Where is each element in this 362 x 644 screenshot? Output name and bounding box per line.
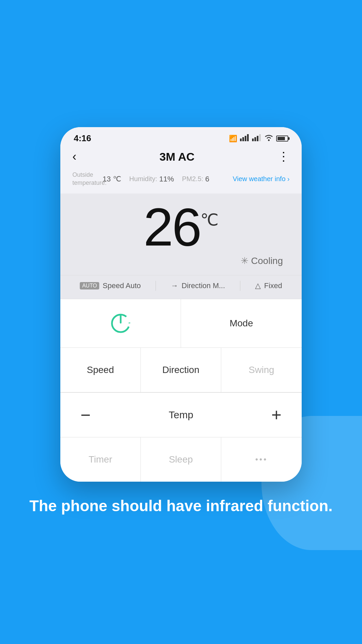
speed-quick-item[interactable]: AUTO Speed Auto — [80, 281, 141, 290]
speed-direction-swing-grid: Speed Direction Swing — [60, 348, 302, 393]
bottom-text: The phone should have infrared function. — [3, 482, 360, 517]
sleep-button[interactable]: Sleep — [141, 437, 221, 482]
speed-quick-label: Speed Auto — [103, 281, 141, 290]
view-weather-link[interactable]: View weather info › — [233, 175, 290, 183]
wifi-icon — [264, 134, 274, 143]
power-mode-grid: Mode — [60, 299, 302, 348]
mode-button-label: Mode — [230, 318, 253, 329]
page-title: 3M AC — [160, 150, 195, 163]
fixed-label: Fixed — [264, 281, 282, 290]
humidity-value: 11% — [159, 175, 174, 183]
swing-button[interactable]: Swing — [221, 348, 302, 392]
pm25-label: PM2.5: — [182, 175, 203, 183]
speed-button[interactable]: Speed — [60, 348, 141, 392]
status-time: 4:16 — [74, 133, 91, 144]
fixed-quick-item[interactable]: △ Fixed — [255, 281, 282, 290]
temp-plus-button[interactable]: + — [272, 406, 282, 424]
timer-sleep-more-grid: Timer Sleep ••• — [60, 437, 302, 482]
quick-controls: AUTO Speed Auto → Direction M... △ Fixed — [60, 275, 302, 299]
outside-temp-item: Outside temperature: — [72, 171, 96, 187]
signal-icon-2 — [252, 134, 261, 143]
sleep-button-label: Sleep — [169, 454, 193, 465]
svg-rect-5 — [254, 137, 256, 141]
timer-button[interactable]: Timer — [60, 437, 141, 482]
more-options-button[interactable]: ••• — [221, 437, 302, 482]
timer-button-label: Timer — [88, 454, 112, 465]
svg-rect-2 — [245, 136, 246, 141]
swing-button-label: Swing — [249, 365, 274, 375]
outside-temp-value: 13 ℃ — [103, 175, 121, 183]
battery-icon — [276, 136, 288, 142]
svg-rect-3 — [247, 134, 249, 141]
svg-rect-0 — [240, 139, 242, 141]
temperature-display: 26 ℃ ✳ Cooling — [60, 194, 302, 275]
direction-button[interactable]: Direction — [141, 348, 221, 392]
status-bar: 4:16 📶 — [60, 127, 302, 146]
humidity-label: Humidity: — [129, 175, 157, 183]
outside-temp-label: Outside temperature: — [72, 171, 96, 187]
pm25-value: 6 — [205, 175, 209, 183]
more-dots-icon: ••• — [255, 455, 267, 464]
direction-arrow-icon: → — [171, 281, 178, 290]
fixed-icon: △ — [255, 281, 261, 290]
status-icons: 📶 — [229, 134, 288, 143]
power-icon — [110, 313, 131, 334]
power-button[interactable] — [60, 299, 181, 348]
temp-control-label: Temp — [169, 409, 193, 421]
svg-point-8 — [268, 140, 270, 141]
svg-rect-7 — [259, 134, 261, 141]
phone-frame: 4:16 📶 ‹ 3M AC ⋮ Outside temperature: 1 — [60, 127, 302, 482]
snowflake-icon: ✳ — [241, 255, 248, 266]
divider-2 — [240, 281, 240, 291]
svg-rect-6 — [257, 136, 258, 141]
temp-minus-button[interactable]: − — [80, 406, 90, 424]
signal-icon — [240, 134, 249, 143]
speed-button-label: Speed — [87, 365, 114, 375]
bluetooth-icon: 📶 — [229, 135, 237, 143]
more-button[interactable]: ⋮ — [278, 150, 290, 164]
speed-badge: AUTO — [80, 282, 99, 289]
direction-quick-label: Direction M... — [182, 281, 225, 290]
cooling-text: Cooling — [251, 256, 283, 266]
temperature-unit: ℃ — [200, 210, 219, 229]
back-button[interactable]: ‹ — [72, 150, 76, 164]
app-header: ‹ 3M AC ⋮ — [60, 146, 302, 168]
divider-1 — [156, 281, 156, 291]
weather-section: Outside temperature: 13 ℃ Humidity: 11% … — [60, 168, 302, 194]
direction-quick-item[interactable]: → Direction M... — [171, 281, 225, 290]
direction-button-label: Direction — [162, 365, 199, 375]
temp-control-row: − Temp + — [60, 393, 302, 437]
temperature-value: 26 — [143, 200, 200, 254]
mode-button[interactable]: Mode — [181, 299, 302, 348]
mode-label: ✳ Cooling — [241, 255, 283, 266]
svg-rect-1 — [242, 137, 244, 141]
svg-rect-4 — [252, 139, 254, 141]
